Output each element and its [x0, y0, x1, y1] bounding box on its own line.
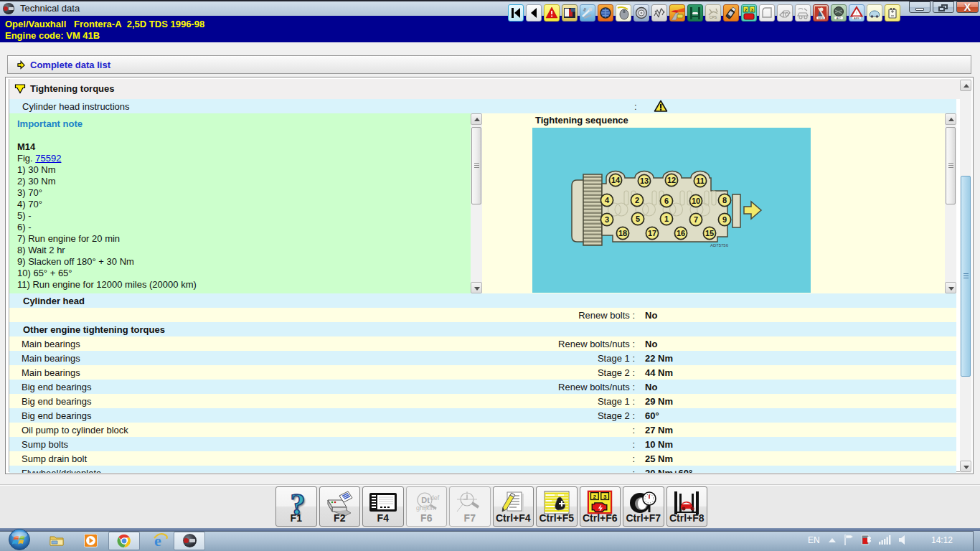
svg-text:7: 7: [694, 215, 698, 224]
svg-text:14: 14: [611, 176, 621, 184]
svg-text:11: 11: [696, 176, 705, 185]
svg-text:A/C: A/C: [837, 17, 842, 20]
svg-text:!: !: [856, 11, 857, 15]
svg-text:16: 16: [677, 229, 685, 237]
svg-text:4: 4: [605, 196, 610, 204]
svg-text:8: 8: [722, 196, 727, 204]
svg-text:def: def: [430, 494, 440, 501]
svg-text:AD75756: AD75756: [710, 243, 729, 248]
svg-text:SRS: SRS: [818, 17, 824, 20]
svg-text:15: 15: [705, 229, 714, 237]
svg-text:2: 2: [593, 494, 597, 500]
svg-text:CPS: CPS: [710, 15, 717, 19]
svg-text:18: 18: [618, 229, 627, 237]
svg-text:Dt: Dt: [421, 496, 430, 504]
svg-text:6: 6: [664, 197, 669, 205]
svg-text:12: 12: [667, 176, 676, 184]
svg-text:17: 17: [648, 229, 656, 237]
svg-text:3: 3: [605, 215, 609, 224]
svg-text:ABS: ABS: [854, 17, 859, 20]
svg-text:13: 13: [640, 176, 649, 185]
svg-text:5: 5: [636, 215, 640, 223]
svg-text:2: 2: [635, 196, 639, 204]
svg-text:1: 1: [664, 215, 669, 223]
svg-text:3: 3: [603, 494, 607, 500]
svg-text:9: 9: [722, 215, 727, 224]
svg-text:10: 10: [692, 197, 700, 205]
